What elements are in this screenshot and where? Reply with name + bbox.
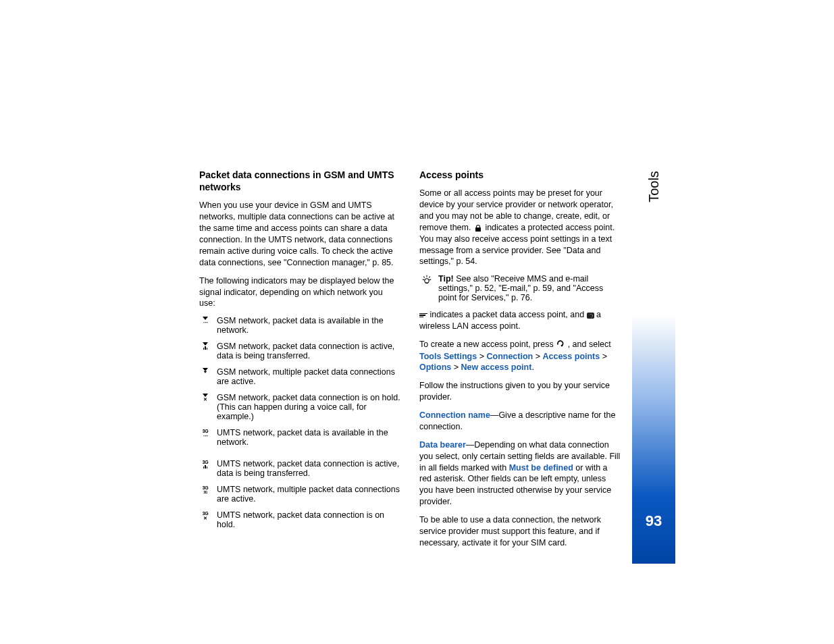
umts-hold-icon: 3G [199, 511, 211, 520]
indicator-text: GSM network, packet data is available in… [217, 316, 400, 335]
nav-new-access-point: New access point [461, 363, 531, 372]
sep: > [454, 363, 461, 372]
heading-packet-data: Packet data connections in GSM and UMTS … [199, 169, 400, 193]
sidebar-tab: Tools 93 [632, 111, 675, 564]
nav-connection: Connection [486, 352, 533, 361]
para-access-intro: Some or all access points may be preset … [419, 188, 621, 267]
right-column: Access points Some or all access points … [419, 169, 621, 556]
indicator-text: UMTS network, packet data is available i… [217, 428, 400, 447]
nav-settings: Settings [444, 352, 477, 361]
gsm-multiple-icon [199, 368, 211, 375]
field-data-bearer: Data bearer [419, 440, 466, 450]
nav-tools: Tools [419, 352, 441, 361]
page-content: Packet data connections in GSM and UMTS … [199, 169, 621, 556]
gsm-available-icon [199, 317, 211, 325]
para-sim-note: To be able to use a data connection, the… [419, 514, 621, 549]
indicator-text: GSM network, packet data connection is a… [217, 342, 400, 360]
text: indicates a packet data access point, an… [429, 310, 586, 319]
umts-active-icon: 3G [199, 460, 211, 468]
svg-point-0 [425, 279, 429, 283]
gsm-active-icon [199, 342, 211, 350]
page-number: 93 [632, 512, 675, 530]
text: To create a new access point, press [419, 340, 556, 349]
para-icon-legend: indicates a packet data access point, an… [419, 309, 621, 332]
left-column: Packet data connections in GSM and UMTS … [199, 169, 400, 556]
tip-lightbulb-icon [419, 274, 434, 288]
field-connection-name: Connection name [419, 410, 490, 420]
indicator-text: UMTS network, packet data connection is … [217, 459, 400, 478]
lock-icon [473, 224, 483, 232]
svg-line-4 [423, 277, 425, 278]
nav-options: Options [419, 363, 451, 372]
indicator-text: GSM network, multiple packet data connec… [217, 367, 400, 386]
para-connection-name: Connection name—Give a descriptive name … [419, 410, 621, 433]
packet-data-ap-icon [419, 313, 427, 318]
svg-point-7 [561, 345, 563, 347]
tip-label: Tip! [438, 274, 454, 284]
tip-content: Tip! See also "Receive MMS and e-mail se… [438, 274, 621, 302]
para-follow-instructions: Follow the instructions given to you by … [419, 380, 621, 403]
menu-key-icon [556, 339, 565, 351]
tip-text: See also "Receive MMS and e-mail setting… [438, 274, 603, 302]
para-intro: When you use your device in GSM and UMTS… [199, 200, 400, 268]
wlan-ap-icon [587, 313, 594, 319]
sep: > [602, 352, 607, 361]
indicator-text: UMTS network, packet data connection is … [217, 510, 400, 529]
indicator-text: UMTS network, multiple packet data conne… [217, 485, 400, 504]
nav-access-points: Access points [542, 352, 600, 361]
svg-line-5 [429, 277, 430, 278]
para-data-bearer: Data bearer—Depending on what data conne… [419, 439, 621, 508]
sidebar-label: Tools [646, 171, 662, 203]
umts-multiple-icon: 3G3G [199, 485, 211, 495]
sep: > [479, 352, 487, 361]
must-be-defined: Must be defined [509, 463, 573, 473]
sep: > [536, 352, 543, 361]
indicator-list: GSM network, packet data is available in… [199, 316, 400, 529]
text: , and select [568, 340, 611, 349]
umts-available-icon: 3G [199, 429, 211, 438]
para-indicators-intro: The following indicators may be displaye… [199, 275, 400, 310]
text: . [531, 363, 533, 372]
tip-block: Tip! See also "Receive MMS and e-mail se… [419, 274, 621, 302]
gsm-hold-icon [199, 394, 211, 402]
heading-access-points: Access points [419, 169, 621, 181]
para-create-ap: To create a new access point, press , an… [419, 339, 621, 373]
indicator-text: GSM network, packet data connection is o… [217, 393, 400, 421]
